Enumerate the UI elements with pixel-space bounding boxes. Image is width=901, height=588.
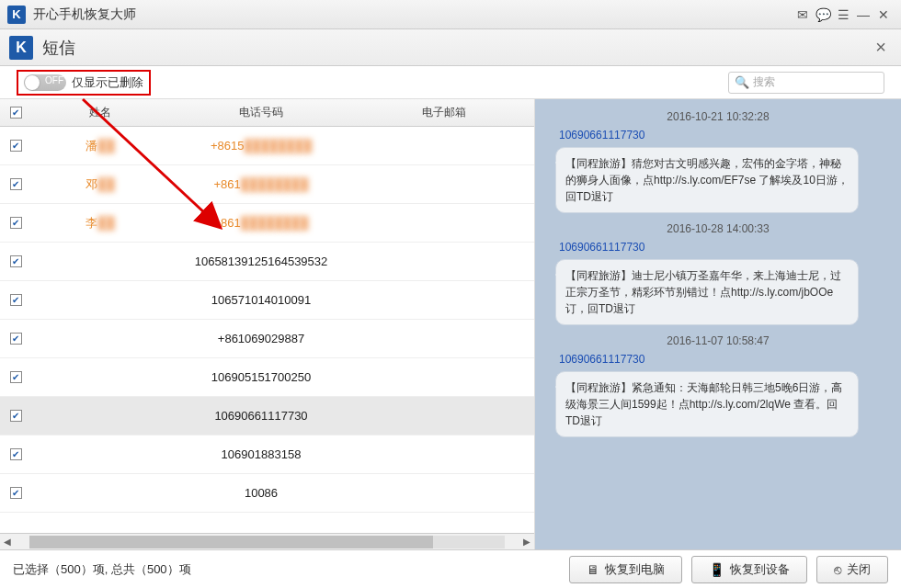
- row-phone: 10658139125164539532: [169, 254, 353, 268]
- pc-icon: 🖥: [587, 562, 599, 577]
- content: ✔ 姓名 电话号码 电子邮箱 ✔潘██+8615████████✔邓██+861…: [0, 99, 901, 549]
- header-phone[interactable]: 电话号码: [169, 105, 353, 120]
- table-row[interactable]: ✔李██+861████████: [0, 204, 534, 243]
- scroll-left-arrow[interactable]: ◀: [0, 537, 15, 547]
- scroll-thumb[interactable]: [29, 536, 433, 548]
- exit-icon: ⎋: [834, 562, 841, 577]
- message-panel: 2016-10-21 10:32:2810690661117730【同程旅游】猜…: [535, 99, 901, 549]
- message-sender: 10690661117730: [559, 129, 890, 141]
- message-date: 2016-10-28 14:00:33: [546, 222, 890, 235]
- row-checkbox[interactable]: ✔: [0, 410, 31, 422]
- row-phone: +861████████: [169, 216, 353, 230]
- toolbar: OFF 仅显示已删除 🔍 搜索: [0, 66, 901, 99]
- chat-icon[interactable]: 💬: [813, 5, 833, 25]
- row-phone: +861069029887: [169, 332, 353, 345]
- module-title: 短信: [42, 37, 870, 59]
- row-phone: 10690661117730: [169, 409, 353, 423]
- row-checkbox[interactable]: ✔: [0, 333, 31, 345]
- app-icon: K: [7, 6, 26, 24]
- row-checkbox[interactable]: ✔: [0, 178, 31, 190]
- row-phone: +8615████████: [169, 139, 353, 153]
- footer: 已选择（500）项, 总共（500）项 🖥恢复到电脑 📱恢复到设备 ⎋关闭: [0, 549, 901, 588]
- row-phone: 106571014010091: [169, 293, 353, 307]
- minimize-button[interactable]: —: [853, 5, 873, 25]
- message-bubble: 【同程旅游】迪士尼小镇万圣嘉年华，来上海迪士尼，过正宗万圣节，精彩环节别错过！点…: [555, 259, 859, 325]
- toggle-off-label: OFF: [45, 75, 63, 85]
- table-row[interactable]: ✔106905151700250: [0, 358, 534, 397]
- row-name: 李██: [31, 215, 169, 232]
- table-row[interactable]: ✔106901883158: [0, 435, 534, 474]
- wechat-icon[interactable]: ✉: [793, 5, 813, 25]
- toggle-knob: [25, 75, 40, 90]
- row-name: 潘██: [31, 138, 169, 154]
- row-checkbox[interactable]: ✔: [0, 140, 31, 152]
- row-checkbox[interactable]: ✔: [0, 448, 31, 460]
- table-row[interactable]: ✔10658139125164539532: [0, 243, 534, 281]
- app-title: 开心手机恢复大师: [33, 6, 793, 23]
- recover-to-pc-button[interactable]: 🖥恢复到电脑: [569, 556, 682, 583]
- row-phone: 106901883158: [169, 447, 353, 461]
- row-checkbox[interactable]: ✔: [0, 294, 31, 306]
- row-checkbox[interactable]: ✔: [0, 217, 31, 229]
- horizontal-scrollbar[interactable]: ◀ ▶: [0, 533, 534, 549]
- table-row[interactable]: ✔10086: [0, 474, 534, 513]
- table-row[interactable]: ✔邓██+861████████: [0, 165, 534, 204]
- only-deleted-toggle[interactable]: OFF: [24, 74, 66, 91]
- menu-icon[interactable]: ☰: [833, 5, 853, 25]
- search-input[interactable]: 🔍 搜索: [728, 72, 884, 94]
- table-body: ✔潘██+8615████████✔邓██+861████████✔李██+86…: [0, 127, 534, 533]
- row-checkbox[interactable]: ✔: [0, 255, 31, 267]
- table-header: ✔ 姓名 电话号码 电子邮箱: [0, 99, 534, 127]
- message-sender: 10690661117730: [559, 353, 890, 366]
- table-row[interactable]: ✔+861069029887: [0, 320, 534, 358]
- header-name[interactable]: 姓名: [31, 105, 169, 120]
- contact-list-panel: ✔ 姓名 电话号码 电子邮箱 ✔潘██+8615████████✔邓██+861…: [0, 99, 535, 549]
- device-icon: 📱: [709, 562, 724, 577]
- search-placeholder: 搜索: [753, 74, 775, 90]
- message-sender: 10690661117730: [559, 241, 890, 254]
- filter-highlight-box: OFF 仅显示已删除: [17, 70, 151, 96]
- titlebar: K 开心手机恢复大师 ✉ 💬 ☰ — ✕: [0, 0, 901, 29]
- row-phone: +861████████: [169, 177, 353, 191]
- only-deleted-label: 仅显示已删除: [72, 74, 143, 91]
- row-phone: 10086: [169, 486, 353, 500]
- table-row[interactable]: ✔10690661117730: [0, 397, 534, 435]
- close-button[interactable]: ⎋关闭: [816, 556, 888, 583]
- table-row[interactable]: ✔106571014010091: [0, 281, 534, 320]
- module-icon: K: [9, 36, 33, 60]
- panel-close-button[interactable]: ×: [870, 37, 892, 58]
- scroll-track[interactable]: [29, 536, 505, 548]
- message-date: 2016-10-21 10:32:28: [546, 110, 890, 123]
- recover-to-device-button[interactable]: 📱恢复到设备: [691, 556, 807, 583]
- row-phone: 106905151700250: [169, 370, 353, 384]
- row-checkbox[interactable]: ✔: [0, 371, 31, 383]
- header-email[interactable]: 电子邮箱: [353, 105, 534, 120]
- close-window-button[interactable]: ✕: [873, 5, 894, 25]
- message-bubble: 【同程旅游】猜您对古文明感兴趣，宏伟的金字塔，神秘的狮身人面像，点http://…: [555, 147, 859, 213]
- message-date: 2016-11-07 10:58:47: [546, 334, 890, 347]
- scroll-right-arrow[interactable]: ▶: [519, 537, 534, 547]
- table-row[interactable]: ✔潘██+8615████████: [0, 127, 534, 165]
- header-checkbox[interactable]: ✔: [0, 107, 31, 119]
- row-checkbox[interactable]: ✔: [0, 487, 31, 499]
- message-bubble: 【同程旅游】紧急通知：天海邮轮日韩三地5晚6日游，高级海景三人间1599起！点h…: [555, 371, 859, 437]
- row-name: 邓██: [31, 176, 169, 193]
- search-icon: 🔍: [735, 75, 749, 89]
- selection-status: 已选择（500）项, 总共（500）项: [13, 561, 191, 578]
- subheader: K 短信 ×: [0, 29, 901, 66]
